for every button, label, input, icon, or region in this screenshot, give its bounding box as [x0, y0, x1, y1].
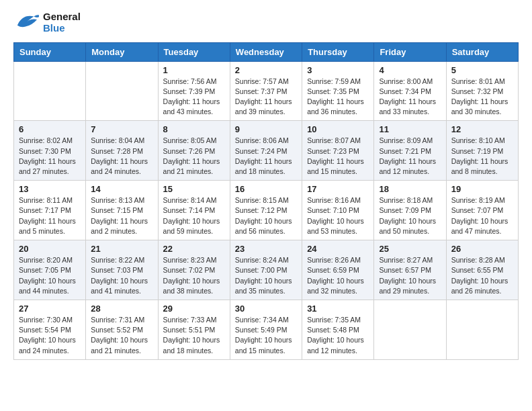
day-info: Sunrise: 8:01 AMSunset: 7:32 PMDaylight:…: [451, 77, 513, 118]
day-info: Sunrise: 7:34 AMSunset: 5:49 PMDaylight:…: [235, 315, 297, 356]
day-number: 25: [379, 244, 441, 254]
day-number: 11: [379, 124, 441, 134]
calendar-header-row: Sunday Monday Tuesday Wednesday Thursday…: [14, 42, 519, 61]
calendar-cell: 10 Sunrise: 8:07 AMSunset: 7:23 PMDaylig…: [302, 121, 374, 181]
calendar-cell: [374, 300, 446, 360]
calendar-table: Sunday Monday Tuesday Wednesday Thursday…: [13, 42, 519, 360]
calendar-cell: 25 Sunrise: 8:27 AMSunset: 6:57 PMDaylig…: [374, 240, 446, 300]
calendar-cell: [14, 61, 86, 121]
day-number: 24: [307, 244, 369, 254]
calendar-cell: 3 Sunrise: 7:59 AMSunset: 7:35 PMDayligh…: [302, 61, 374, 121]
col-wednesday: Wednesday: [230, 42, 302, 61]
day-info: Sunrise: 7:33 AMSunset: 5:51 PMDaylight:…: [163, 315, 225, 356]
col-friday: Friday: [374, 42, 446, 61]
day-info: Sunrise: 8:28 AMSunset: 6:55 PMDaylight:…: [451, 255, 513, 296]
day-number: 9: [235, 124, 297, 134]
day-number: 14: [91, 184, 152, 194]
calendar-cell: 26 Sunrise: 8:28 AMSunset: 6:55 PMDaylig…: [446, 240, 518, 300]
calendar-week-row: 20 Sunrise: 8:20 AMSunset: 7:05 PMDaylig…: [14, 240, 519, 300]
calendar-cell: [86, 61, 158, 121]
day-number: 18: [379, 184, 441, 194]
calendar-cell: 7 Sunrise: 8:04 AMSunset: 7:28 PMDayligh…: [86, 121, 158, 181]
calendar-week-row: 13 Sunrise: 8:11 AMSunset: 7:17 PMDaylig…: [14, 181, 519, 240]
day-info: Sunrise: 8:05 AMSunset: 7:26 PMDaylight:…: [163, 136, 225, 177]
col-monday: Monday: [86, 42, 158, 61]
day-info: Sunrise: 8:27 AMSunset: 6:57 PMDaylight:…: [379, 255, 441, 296]
calendar-cell: 19 Sunrise: 8:19 AMSunset: 7:07 PMDaylig…: [446, 181, 518, 240]
day-number: 31: [307, 304, 369, 314]
day-info: Sunrise: 8:11 AMSunset: 7:17 PMDaylight:…: [19, 195, 81, 236]
day-number: 8: [163, 124, 225, 134]
day-info: Sunrise: 7:59 AMSunset: 7:35 PMDaylight:…: [307, 77, 369, 118]
day-info: Sunrise: 8:15 AMSunset: 7:12 PMDaylight:…: [235, 195, 297, 236]
day-number: 4: [379, 65, 441, 75]
calendar-week-row: 1 Sunrise: 7:56 AMSunset: 7:39 PMDayligh…: [14, 61, 519, 121]
day-number: 30: [235, 304, 297, 314]
logo: General Blue: [13, 11, 81, 34]
day-number: 16: [235, 184, 297, 194]
calendar-cell: 18 Sunrise: 8:18 AMSunset: 7:09 PMDaylig…: [374, 181, 446, 240]
calendar-cell: 5 Sunrise: 8:01 AMSunset: 7:32 PMDayligh…: [446, 61, 518, 121]
calendar-cell: 24 Sunrise: 8:26 AMSunset: 6:59 PMDaylig…: [302, 240, 374, 300]
day-number: 22: [163, 244, 225, 254]
day-number: 26: [451, 244, 513, 254]
day-info: Sunrise: 8:20 AMSunset: 7:05 PMDaylight:…: [19, 255, 81, 296]
col-saturday: Saturday: [446, 42, 518, 61]
day-info: Sunrise: 8:22 AMSunset: 7:03 PMDaylight:…: [91, 255, 152, 296]
logo-bird-icon: [13, 11, 39, 33]
calendar-cell: 14 Sunrise: 8:13 AMSunset: 7:15 PMDaylig…: [86, 181, 158, 240]
calendar-cell: 15 Sunrise: 8:14 AMSunset: 7:14 PMDaylig…: [158, 181, 230, 240]
day-info: Sunrise: 8:09 AMSunset: 7:21 PMDaylight:…: [379, 136, 441, 177]
day-number: 3: [307, 65, 369, 75]
day-info: Sunrise: 8:04 AMSunset: 7:28 PMDaylight:…: [91, 136, 152, 177]
col-thursday: Thursday: [302, 42, 374, 61]
day-number: 20: [19, 244, 81, 254]
day-number: 15: [163, 184, 225, 194]
day-info: Sunrise: 8:18 AMSunset: 7:09 PMDaylight:…: [379, 195, 441, 236]
calendar-cell: 8 Sunrise: 8:05 AMSunset: 7:26 PMDayligh…: [158, 121, 230, 181]
calendar-cell: 30 Sunrise: 7:34 AMSunset: 5:49 PMDaylig…: [230, 300, 302, 360]
day-info: Sunrise: 8:10 AMSunset: 7:19 PMDaylight:…: [451, 136, 513, 177]
day-number: 12: [451, 124, 513, 134]
calendar-cell: 12 Sunrise: 8:10 AMSunset: 7:19 PMDaylig…: [446, 121, 518, 181]
day-info: Sunrise: 8:14 AMSunset: 7:14 PMDaylight:…: [163, 195, 225, 236]
calendar-cell: 2 Sunrise: 7:57 AMSunset: 7:37 PMDayligh…: [230, 61, 302, 121]
day-number: 19: [451, 184, 513, 194]
day-number: 13: [19, 184, 81, 194]
calendar-week-row: 6 Sunrise: 8:02 AMSunset: 7:30 PMDayligh…: [14, 121, 519, 181]
day-info: Sunrise: 8:13 AMSunset: 7:15 PMDaylight:…: [91, 195, 152, 236]
calendar-cell: 28 Sunrise: 7:31 AMSunset: 5:52 PMDaylig…: [86, 300, 158, 360]
day-info: Sunrise: 7:56 AMSunset: 7:39 PMDaylight:…: [163, 77, 225, 118]
day-number: 29: [163, 304, 225, 314]
calendar-cell: 29 Sunrise: 7:33 AMSunset: 5:51 PMDaylig…: [158, 300, 230, 360]
day-number: 6: [19, 124, 81, 134]
day-number: 10: [307, 124, 369, 134]
calendar-cell: 21 Sunrise: 8:22 AMSunset: 7:03 PMDaylig…: [86, 240, 158, 300]
day-number: 17: [307, 184, 369, 194]
day-info: Sunrise: 8:26 AMSunset: 6:59 PMDaylight:…: [307, 255, 369, 296]
calendar-cell: 4 Sunrise: 8:00 AMSunset: 7:34 PMDayligh…: [374, 61, 446, 121]
day-number: 5: [451, 65, 513, 75]
day-info: Sunrise: 8:24 AMSunset: 7:00 PMDaylight:…: [235, 255, 297, 296]
calendar-cell: 16 Sunrise: 8:15 AMSunset: 7:12 PMDaylig…: [230, 181, 302, 240]
day-number: 7: [91, 124, 152, 134]
day-info: Sunrise: 8:02 AMSunset: 7:30 PMDaylight:…: [19, 136, 81, 177]
day-info: Sunrise: 7:57 AMSunset: 7:37 PMDaylight:…: [235, 77, 297, 118]
day-number: 21: [91, 244, 152, 254]
calendar-cell: 11 Sunrise: 8:09 AMSunset: 7:21 PMDaylig…: [374, 121, 446, 181]
calendar-cell: 1 Sunrise: 7:56 AMSunset: 7:39 PMDayligh…: [158, 61, 230, 121]
calendar-cell: 13 Sunrise: 8:11 AMSunset: 7:17 PMDaylig…: [14, 181, 86, 240]
day-number: 1: [163, 65, 225, 75]
calendar-cell: 20 Sunrise: 8:20 AMSunset: 7:05 PMDaylig…: [14, 240, 86, 300]
calendar-cell: [446, 300, 518, 360]
calendar-week-row: 27 Sunrise: 7:30 AMSunset: 5:54 PMDaylig…: [14, 300, 519, 360]
day-number: 28: [91, 304, 152, 314]
calendar-cell: 9 Sunrise: 8:06 AMSunset: 7:24 PMDayligh…: [230, 121, 302, 181]
col-sunday: Sunday: [14, 42, 86, 61]
page-header: General Blue: [13, 11, 519, 34]
calendar-cell: 22 Sunrise: 8:23 AMSunset: 7:02 PMDaylig…: [158, 240, 230, 300]
day-info: Sunrise: 7:31 AMSunset: 5:52 PMDaylight:…: [91, 315, 152, 356]
calendar-cell: 27 Sunrise: 7:30 AMSunset: 5:54 PMDaylig…: [14, 300, 86, 360]
calendar-cell: 6 Sunrise: 8:02 AMSunset: 7:30 PMDayligh…: [14, 121, 86, 181]
calendar-cell: 23 Sunrise: 8:24 AMSunset: 7:00 PMDaylig…: [230, 240, 302, 300]
